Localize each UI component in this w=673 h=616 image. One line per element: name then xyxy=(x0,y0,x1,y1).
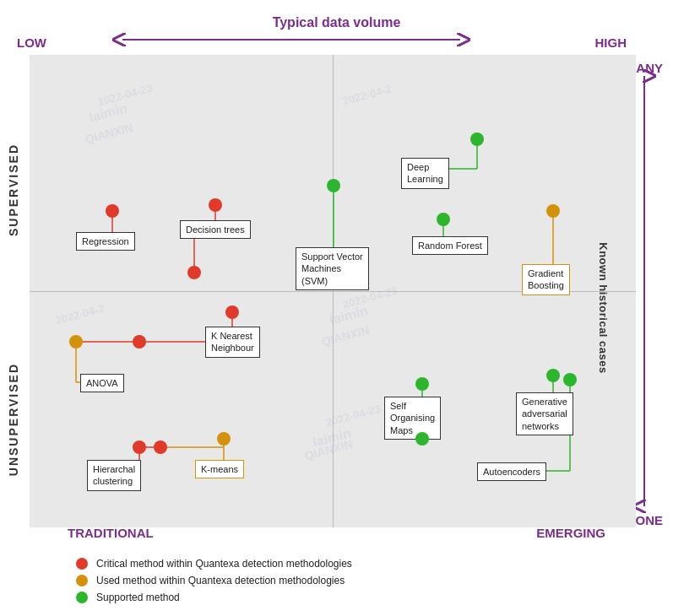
watermark-4: 2022-04-2 xyxy=(341,83,393,108)
k-nearest-box: K Nearest Neighbour xyxy=(205,327,260,358)
watermark-8: 2022-04-2 xyxy=(54,302,106,327)
high-label: HIGH xyxy=(595,35,627,50)
low-label: LOW xyxy=(17,35,46,50)
watermark-11: QIANXIN xyxy=(303,437,354,463)
chart-container: Typical data volume LOW HIGH MANY NONE K… xyxy=(0,0,673,616)
unsupervised-label: UNSUPERVISED xyxy=(7,363,20,476)
legend-dot-red xyxy=(76,558,88,570)
watermark-6: laimin xyxy=(328,303,369,327)
watermark-1: 2022-04-23 xyxy=(96,82,154,109)
anova-box: ANOVA xyxy=(80,374,124,392)
watermark-2: laimin xyxy=(87,100,128,125)
legend-item-red: Critical method within Quantexa detectio… xyxy=(76,558,352,570)
decision-trees-dot2 xyxy=(187,266,201,279)
gradient-boosting-box: Gradient Boosting xyxy=(522,264,570,295)
watermark-3: QIANXIN xyxy=(84,121,134,147)
vertical-divider xyxy=(333,55,334,527)
decision-trees-box: Decision trees xyxy=(180,220,251,239)
regression-dot xyxy=(106,204,119,218)
svm-box: Support Vector Machines (SVM) xyxy=(296,247,369,290)
regression-box: Regression xyxy=(76,232,135,251)
legend: Critical method within Quantexa detectio… xyxy=(76,558,352,603)
axis-top-label: Typical data volume xyxy=(273,15,401,30)
legend-dot-green xyxy=(76,592,88,603)
generative-box: Generative adversarial networks xyxy=(516,392,573,435)
anova-dot-orange xyxy=(69,335,83,349)
known-historical-label: Known historical cases xyxy=(597,242,610,374)
self-organising-dot xyxy=(415,377,429,391)
chart-area: 2022-04-23 laimin QIANXIN 2022-04-2 2022… xyxy=(30,55,636,527)
emerging-label: EMERGING xyxy=(536,526,605,540)
self-organising-dot2 xyxy=(415,432,429,446)
hierarchal-dot xyxy=(133,440,146,454)
deep-learning-box: Deep Learning xyxy=(401,158,449,189)
generative-dot xyxy=(546,369,560,382)
legend-dot-orange xyxy=(76,575,88,586)
legend-item-orange: Used method within Quantexa detection me… xyxy=(76,575,352,586)
kmeans-dot xyxy=(217,432,231,446)
legend-item-green: Supported method xyxy=(76,592,352,603)
random-forest-dot xyxy=(437,213,450,226)
right-axis-arrow xyxy=(632,63,656,519)
hierarchal-dot2 xyxy=(154,440,167,454)
decision-trees-dot xyxy=(209,198,222,212)
k-nearest-dot2 xyxy=(133,335,146,349)
deep-learning-dot xyxy=(470,132,484,146)
svm-dot xyxy=(327,179,340,192)
traditional-label: TRADITIONAL xyxy=(68,526,154,540)
kmeans-box: K-means xyxy=(195,460,244,478)
autoencoders-box: Autoencoders xyxy=(477,462,546,481)
gradient-boosting-dot xyxy=(546,204,560,218)
watermark-7: QIANXIN xyxy=(320,323,371,349)
axis-top-arrow xyxy=(110,32,473,47)
random-forest-box: Random Forest xyxy=(412,236,488,255)
self-organising-box: Self Organising Maps xyxy=(384,397,441,440)
k-nearest-dot xyxy=(225,305,239,319)
autoencoders-dot xyxy=(563,373,577,386)
hierarchal-box: Hierarchal clustering xyxy=(87,460,141,491)
supervised-label: SUPERVISED xyxy=(7,143,20,236)
